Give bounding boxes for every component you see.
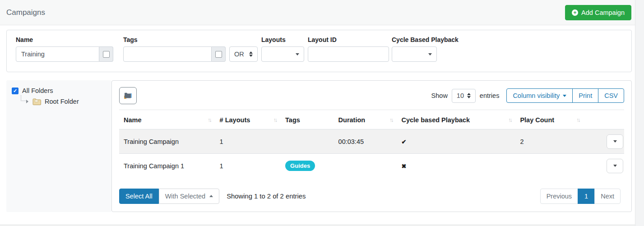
- cell-num-layouts: 1: [215, 154, 281, 178]
- print-button[interactable]: Print: [572, 88, 598, 103]
- tag-badge: Guides: [285, 161, 315, 171]
- cell-tags: Guides: [281, 154, 334, 178]
- column-header-play-count[interactable]: Play Count ↑↓: [515, 110, 584, 129]
- sort-icon[interactable]: ↑↓: [389, 117, 393, 123]
- column-header-cycle-playback[interactable]: Cycle based Playback ↑↓: [397, 110, 515, 129]
- filter-cycle-group: Cycle Based Playback: [392, 36, 459, 62]
- toggle-folder-tree-button[interactable]: [119, 87, 137, 104]
- cycle-filter-select[interactable]: [392, 46, 437, 62]
- column-header-tags[interactable]: Tags: [281, 110, 334, 129]
- tags-filter-addon: [212, 46, 226, 62]
- logical-operator-value: OR: [234, 51, 244, 58]
- page-title: Campaigns: [6, 8, 45, 17]
- name-filter-label: Name: [16, 36, 113, 44]
- tags-filter-input[interactable]: [123, 46, 212, 62]
- page-right-gutter: [635, 0, 644, 226]
- caret-up-icon: [209, 195, 213, 197]
- caret-down-icon: [563, 95, 566, 97]
- column-header-layouts[interactable]: # Layouts ↑↓: [215, 110, 281, 129]
- column-header-duration[interactable]: Duration ↑↓: [334, 110, 397, 129]
- plus-circle-icon: +: [572, 9, 578, 16]
- cell-cycle-playback: ✔: [397, 129, 515, 154]
- sort-icon[interactable]: ↑↓: [576, 117, 579, 123]
- updown-arrows-icon: [249, 51, 253, 57]
- add-campaign-button[interactable]: + Add Campaign: [565, 5, 631, 20]
- chevron-down-icon: [296, 53, 299, 55]
- sort-icon[interactable]: ↑↓: [273, 117, 277, 123]
- folder-tree-icon: [124, 92, 132, 99]
- tree-connector: [21, 95, 26, 101]
- cell-play-count: [515, 154, 584, 178]
- csv-button[interactable]: CSV: [598, 88, 624, 103]
- filter-layout-id-group: Layout ID: [308, 36, 389, 62]
- cell-name: Training Campaign 1: [119, 154, 215, 178]
- caret-down-icon: [613, 165, 617, 167]
- show-label: Show: [431, 92, 448, 99]
- campaigns-table: Name ↑↓ # Layouts ↑↓ Tags Duration ↑↓: [119, 110, 624, 178]
- column-visibility-button[interactable]: Column visibility: [506, 88, 573, 103]
- tags-filter-label: Tags: [123, 36, 226, 44]
- filter-tags-group: Tags: [123, 36, 226, 62]
- with-selected-button[interactable]: With Selected: [159, 189, 219, 204]
- root-folder-item[interactable]: Root Folder: [12, 96, 106, 107]
- add-campaign-label: Add Campaign: [581, 9, 625, 16]
- table-row[interactable]: Training Campaign 1 00:03:45 ✔ 2: [119, 129, 624, 154]
- pagination-page-1[interactable]: 1: [578, 189, 595, 204]
- top-bar: Campaigns + Add Campaign: [0, 0, 635, 25]
- filter-operator-group: OR: [229, 36, 258, 62]
- caret-down-icon: [613, 140, 617, 143]
- cell-play-count: 2: [515, 129, 584, 154]
- name-filter-addon: [99, 46, 113, 62]
- tags-exact-checkbox[interactable]: [215, 51, 222, 58]
- cross-icon: ✖: [401, 163, 406, 170]
- name-filter-input[interactable]: [16, 46, 99, 62]
- row-menu-button[interactable]: [607, 134, 623, 149]
- column-header-name[interactable]: Name ↑↓: [119, 110, 215, 129]
- campaigns-table-card: Show 10 entries Column visibility Print …: [111, 80, 632, 212]
- page-length-value: 10: [457, 92, 464, 99]
- all-folders-checkbox[interactable]: ✓: [12, 88, 19, 94]
- folder-icon: [32, 98, 42, 106]
- table-row[interactable]: Training Campaign 1 1 Guides ✖: [119, 154, 624, 178]
- chevron-down-icon: [428, 53, 432, 55]
- folder-tree-panel: ✓ All Folders Root Folder: [6, 80, 111, 212]
- cycle-filter-label: Cycle Based Playback: [392, 36, 459, 44]
- cell-actions: [584, 129, 624, 154]
- layout-id-filter-input[interactable]: [308, 46, 389, 62]
- table-header-row: Name ↑↓ # Layouts ↑↓ Tags Duration ↑↓: [119, 110, 624, 129]
- filter-layouts-group: Layouts: [261, 36, 304, 62]
- filter-name-group: Name: [16, 36, 113, 62]
- layouts-filter-label: Layouts: [261, 36, 304, 44]
- cell-cycle-playback: ✖: [397, 154, 515, 178]
- cell-duration: [334, 154, 397, 178]
- pagination: Previous 1 Next: [540, 189, 621, 204]
- logical-operator-select[interactable]: OR: [229, 46, 258, 62]
- column-header-actions: [584, 110, 624, 129]
- table-toolbar: Show 10 entries Column visibility Print …: [119, 87, 624, 104]
- cell-actions: [584, 154, 624, 178]
- select-all-button[interactable]: Select All: [119, 189, 159, 204]
- all-folders-item[interactable]: ✓ All Folders: [12, 87, 106, 94]
- all-folders-label: All Folders: [22, 87, 53, 94]
- pagination-previous[interactable]: Previous: [540, 189, 578, 204]
- row-menu-button[interactable]: [607, 159, 623, 173]
- cell-num-layouts: 1: [215, 129, 281, 154]
- check-icon: ✔: [401, 138, 406, 145]
- expand-arrow-icon[interactable]: [26, 100, 28, 103]
- pagination-next[interactable]: Next: [594, 189, 621, 204]
- layouts-filter-select[interactable]: [261, 46, 304, 62]
- name-regex-checkbox[interactable]: [103, 51, 110, 58]
- cell-name: Training Campaign: [119, 129, 215, 154]
- updown-arrows-icon: [467, 93, 471, 98]
- layout-id-filter-label: Layout ID: [308, 36, 389, 44]
- entries-label: entries: [480, 92, 500, 99]
- cell-duration: 00:03:45: [334, 129, 397, 154]
- sort-icon[interactable]: ↑↓: [508, 117, 511, 123]
- filter-panel: Name Tags OR Layouts Layout: [6, 30, 632, 72]
- sort-icon[interactable]: ↑↓: [208, 117, 211, 123]
- cell-tags: [281, 129, 334, 154]
- table-footer: Select All With Selected Showing 1 to 2 …: [119, 189, 624, 204]
- export-button-group: Column visibility Print CSV: [506, 88, 624, 103]
- page-length-select[interactable]: 10: [452, 89, 476, 103]
- showing-entries-text: Showing 1 to 2 of 2 entries: [227, 193, 306, 200]
